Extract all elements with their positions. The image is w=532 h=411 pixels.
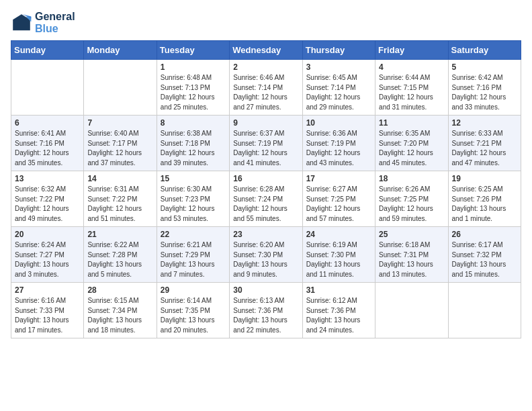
- day-number: 16: [233, 174, 298, 183]
- calendar-cell: 21Sunrise: 6:22 AM Sunset: 7:28 PM Dayli…: [84, 227, 157, 283]
- day-info: Sunrise: 6:21 AM Sunset: 7:29 PM Dayligh…: [161, 240, 226, 279]
- calendar-cell: 20Sunrise: 6:24 AM Sunset: 7:27 PM Dayli…: [11, 227, 84, 283]
- day-number: 4: [379, 62, 444, 72]
- calendar-cell: 30Sunrise: 6:13 AM Sunset: 7:36 PM Dayli…: [230, 283, 302, 338]
- calendar-cell: 29Sunrise: 6:14 AM Sunset: 7:35 PM Dayli…: [157, 283, 229, 338]
- calendar-cell: 10Sunrise: 6:36 AM Sunset: 7:19 PM Dayli…: [302, 116, 375, 171]
- calendar-cell: 12Sunrise: 6:33 AM Sunset: 7:21 PM Dayli…: [448, 116, 521, 171]
- day-number: 9: [233, 118, 298, 128]
- calendar-cell: 25Sunrise: 6:18 AM Sunset: 7:31 PM Dayli…: [375, 227, 448, 283]
- calendar-cell: 19Sunrise: 6:25 AM Sunset: 7:26 PM Dayli…: [448, 171, 521, 227]
- day-info: Sunrise: 6:28 AM Sunset: 7:24 PM Dayligh…: [233, 185, 298, 224]
- weekday-header-sunday: Sunday: [11, 41, 84, 60]
- logo-icon: [11, 12, 32, 34]
- day-info: Sunrise: 6:31 AM Sunset: 7:22 PM Dayligh…: [87, 185, 152, 224]
- day-info: Sunrise: 6:40 AM Sunset: 7:17 PM Dayligh…: [87, 129, 152, 168]
- day-number: 6: [15, 118, 80, 128]
- calendar-week-2: 6Sunrise: 6:41 AM Sunset: 7:16 PM Daylig…: [11, 116, 521, 171]
- day-number: 11: [379, 118, 444, 128]
- day-info: Sunrise: 6:26 AM Sunset: 7:25 PM Dayligh…: [379, 185, 444, 224]
- calendar-cell: 1Sunrise: 6:48 AM Sunset: 7:13 PM Daylig…: [157, 60, 229, 116]
- day-info: Sunrise: 6:41 AM Sunset: 7:16 PM Dayligh…: [15, 129, 80, 168]
- calendar-cell: 7Sunrise: 6:40 AM Sunset: 7:17 PM Daylig…: [84, 116, 157, 171]
- calendar-cell: 13Sunrise: 6:32 AM Sunset: 7:22 PM Dayli…: [11, 171, 84, 227]
- day-info: Sunrise: 6:42 AM Sunset: 7:16 PM Dayligh…: [452, 73, 517, 112]
- calendar-cell: 8Sunrise: 6:38 AM Sunset: 7:18 PM Daylig…: [157, 116, 229, 171]
- day-number: 24: [306, 230, 371, 239]
- day-info: Sunrise: 6:24 AM Sunset: 7:27 PM Dayligh…: [15, 240, 80, 279]
- day-number: 23: [233, 230, 298, 239]
- day-number: 13: [15, 174, 80, 183]
- calendar-cell: 22Sunrise: 6:21 AM Sunset: 7:29 PM Dayli…: [157, 227, 229, 283]
- day-info: Sunrise: 6:45 AM Sunset: 7:14 PM Dayligh…: [306, 73, 371, 112]
- day-number: 22: [161, 230, 226, 239]
- weekday-header-wednesday: Wednesday: [230, 41, 302, 60]
- day-info: Sunrise: 6:25 AM Sunset: 7:26 PM Dayligh…: [452, 185, 517, 224]
- day-info: Sunrise: 6:13 AM Sunset: 7:36 PM Dayligh…: [233, 296, 298, 335]
- calendar-cell: 6Sunrise: 6:41 AM Sunset: 7:16 PM Daylig…: [11, 116, 84, 171]
- page-header: General Blue: [11, 11, 521, 35]
- calendar-week-1: 1Sunrise: 6:48 AM Sunset: 7:13 PM Daylig…: [11, 60, 521, 116]
- calendar-cell: [11, 60, 84, 116]
- day-info: Sunrise: 6:14 AM Sunset: 7:35 PM Dayligh…: [161, 296, 226, 335]
- calendar-cell: 3Sunrise: 6:45 AM Sunset: 7:14 PM Daylig…: [302, 60, 375, 116]
- calendar-week-3: 13Sunrise: 6:32 AM Sunset: 7:22 PM Dayli…: [11, 171, 521, 227]
- day-info: Sunrise: 6:44 AM Sunset: 7:15 PM Dayligh…: [379, 73, 444, 112]
- day-number: 30: [233, 285, 298, 295]
- day-info: Sunrise: 6:19 AM Sunset: 7:30 PM Dayligh…: [306, 240, 371, 279]
- day-info: Sunrise: 6:48 AM Sunset: 7:13 PM Dayligh…: [161, 73, 226, 112]
- day-number: 10: [306, 118, 371, 128]
- day-info: Sunrise: 6:35 AM Sunset: 7:20 PM Dayligh…: [379, 129, 444, 168]
- calendar-cell: 31Sunrise: 6:12 AM Sunset: 7:36 PM Dayli…: [302, 283, 375, 338]
- calendar-cell: 5Sunrise: 6:42 AM Sunset: 7:16 PM Daylig…: [448, 60, 521, 116]
- calendar-cell: [84, 60, 157, 116]
- day-number: 8: [161, 118, 226, 128]
- calendar-table: SundayMondayTuesdayWednesdayThursdayFrid…: [11, 40, 521, 338]
- weekday-header-friday: Friday: [375, 41, 448, 60]
- day-number: 27: [15, 285, 80, 295]
- day-info: Sunrise: 6:32 AM Sunset: 7:22 PM Dayligh…: [15, 185, 80, 224]
- calendar-cell: [375, 283, 448, 338]
- day-number: 17: [306, 174, 371, 183]
- calendar-cell: 23Sunrise: 6:20 AM Sunset: 7:30 PM Dayli…: [230, 227, 302, 283]
- calendar-cell: 24Sunrise: 6:19 AM Sunset: 7:30 PM Dayli…: [302, 227, 375, 283]
- day-info: Sunrise: 6:36 AM Sunset: 7:19 PM Dayligh…: [306, 129, 371, 168]
- day-number: 26: [452, 230, 517, 239]
- day-info: Sunrise: 6:37 AM Sunset: 7:19 PM Dayligh…: [233, 129, 298, 168]
- day-number: 31: [306, 285, 371, 295]
- day-info: Sunrise: 6:46 AM Sunset: 7:14 PM Dayligh…: [233, 73, 298, 112]
- day-number: 2: [233, 62, 298, 72]
- calendar-cell: 14Sunrise: 6:31 AM Sunset: 7:22 PM Dayli…: [84, 171, 157, 227]
- calendar-cell: 28Sunrise: 6:15 AM Sunset: 7:34 PM Dayli…: [84, 283, 157, 338]
- day-info: Sunrise: 6:38 AM Sunset: 7:18 PM Dayligh…: [161, 129, 226, 168]
- calendar-cell: 2Sunrise: 6:46 AM Sunset: 7:14 PM Daylig…: [230, 60, 302, 116]
- calendar-week-4: 20Sunrise: 6:24 AM Sunset: 7:27 PM Dayli…: [11, 227, 521, 283]
- logo: General Blue: [11, 11, 75, 35]
- calendar-cell: 17Sunrise: 6:27 AM Sunset: 7:25 PM Dayli…: [302, 171, 375, 227]
- day-number: 21: [87, 230, 152, 239]
- day-info: Sunrise: 6:27 AM Sunset: 7:25 PM Dayligh…: [306, 185, 371, 224]
- day-number: 28: [87, 285, 152, 295]
- calendar-cell: 26Sunrise: 6:17 AM Sunset: 7:32 PM Dayli…: [448, 227, 521, 283]
- calendar-cell: 16Sunrise: 6:28 AM Sunset: 7:24 PM Dayli…: [230, 171, 302, 227]
- day-number: 1: [161, 62, 226, 72]
- day-info: Sunrise: 6:33 AM Sunset: 7:21 PM Dayligh…: [452, 129, 517, 168]
- day-number: 7: [87, 118, 152, 128]
- calendar-cell: 9Sunrise: 6:37 AM Sunset: 7:19 PM Daylig…: [230, 116, 302, 171]
- calendar-cell: [448, 283, 521, 338]
- calendar-cell: 18Sunrise: 6:26 AM Sunset: 7:25 PM Dayli…: [375, 171, 448, 227]
- day-number: 18: [379, 174, 444, 183]
- calendar-week-5: 27Sunrise: 6:16 AM Sunset: 7:33 PM Dayli…: [11, 283, 521, 338]
- day-number: 14: [87, 174, 152, 183]
- weekday-header-tuesday: Tuesday: [157, 41, 229, 60]
- day-number: 19: [452, 174, 517, 183]
- day-number: 25: [379, 230, 444, 239]
- weekday-header-saturday: Saturday: [448, 41, 521, 60]
- calendar-cell: 15Sunrise: 6:30 AM Sunset: 7:23 PM Dayli…: [157, 171, 229, 227]
- day-number: 5: [452, 62, 517, 72]
- day-number: 29: [161, 285, 226, 295]
- calendar-cell: 27Sunrise: 6:16 AM Sunset: 7:33 PM Dayli…: [11, 283, 84, 338]
- day-number: 3: [306, 62, 371, 72]
- weekday-header-monday: Monday: [84, 41, 157, 60]
- day-info: Sunrise: 6:12 AM Sunset: 7:36 PM Dayligh…: [306, 296, 371, 335]
